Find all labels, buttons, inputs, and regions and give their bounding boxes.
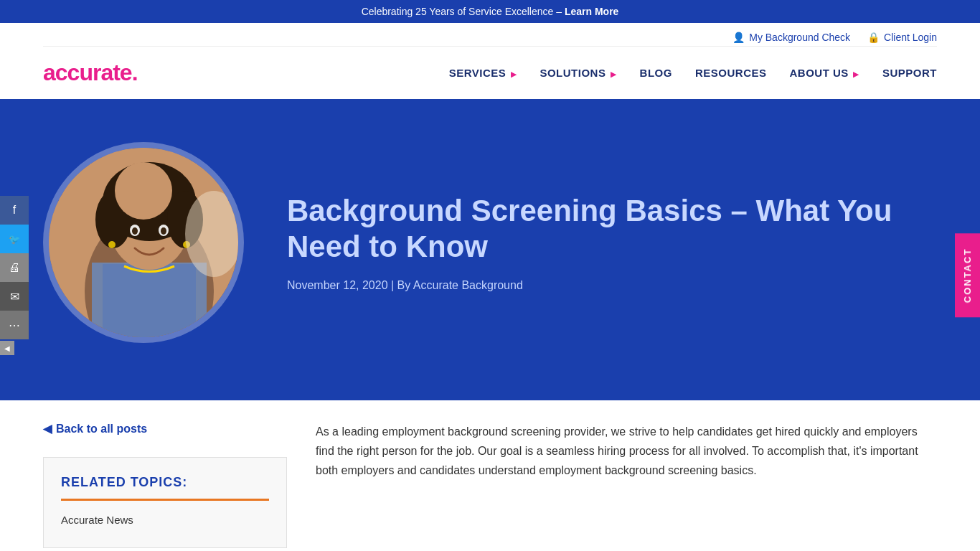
share-icon: ⋯	[9, 319, 20, 332]
main-nav: SERVICES ▶ SOLUTIONS ▶ BLOG RESOURCES AB…	[449, 67, 937, 80]
more-share-button[interactable]: ⋯	[0, 311, 29, 339]
header: 👤 My Background Check 🔒 Client Login acc…	[0, 23, 980, 99]
email-icon: ✉	[10, 290, 19, 303]
back-arrow-icon: ◀	[43, 422, 52, 435]
nav-item-support[interactable]: SUPPORT	[882, 67, 937, 80]
person-icon: 👤	[732, 32, 745, 43]
article-intro-text: As a leading employment background scree…	[316, 422, 937, 481]
hero-image	[43, 142, 244, 343]
contact-button[interactable]: CONTACT	[955, 234, 980, 318]
svg-point-6	[95, 191, 131, 248]
back-link-text: Back to all posts	[56, 423, 147, 435]
site-logo[interactable]: accurate.	[43, 60, 138, 86]
svg-point-14	[185, 191, 242, 277]
hero-title: Background Screening Basics – What You N…	[287, 193, 937, 265]
client-login-link[interactable]: 🔒 Client Login	[867, 32, 937, 43]
my-background-check-link[interactable]: 👤 My Background Check	[732, 32, 850, 43]
header-nav: accurate. SERVICES ▶ SOLUTIONS ▶ BLOG RE…	[43, 47, 937, 99]
email-share-button[interactable]: ✉	[0, 282, 29, 311]
hero-content: Background Screening Basics – What You N…	[287, 193, 937, 293]
sidebar-column: ◀ Back to all posts RELATED TOPICS: Accu…	[43, 422, 287, 548]
content-column: As a leading employment background scree…	[316, 422, 937, 548]
svg-point-12	[108, 241, 116, 248]
nav-item-blog[interactable]: BLOG	[640, 67, 672, 80]
banner-learn-more-link[interactable]: Learn More	[565, 6, 618, 17]
lock-icon: 🔒	[867, 32, 880, 43]
facebook-share-button[interactable]: f	[0, 196, 29, 225]
top-banner: Celebrating 25 Years of Service Excellen…	[0, 0, 980, 23]
nav-item-about-us[interactable]: ABOUT US ▶	[789, 67, 859, 80]
hero-section: Background Screening Basics – What You N…	[0, 99, 980, 400]
hero-person-image	[49, 148, 238, 337]
hero-author: Accurate Background	[413, 279, 523, 291]
print-icon: 🖨	[9, 261, 20, 274]
banner-text: Celebrating 25 Years of Service Excellen…	[362, 6, 565, 17]
related-topics-title: RELATED TOPICS:	[61, 475, 269, 501]
svg-point-11	[161, 227, 166, 235]
facebook-icon: f	[13, 204, 16, 217]
main-content-area: ◀ Back to all posts RELATED TOPICS: Accu…	[0, 400, 980, 551]
chevron-left-icon: ◀	[4, 344, 10, 352]
hero-meta: November 12, 2020 | By Accurate Backgrou…	[287, 279, 937, 292]
header-top-links: 👤 My Background Check 🔒 Client Login	[43, 23, 937, 47]
social-sidebar: f 🐦 🖨 ✉ ⋯ ◀	[0, 196, 29, 355]
related-topics-box: RELATED TOPICS: Accurate News	[43, 457, 287, 548]
twitter-icon: 🐦	[9, 234, 20, 245]
hide-sidebar-button[interactable]: ◀	[0, 341, 14, 355]
logo-dot: .	[132, 60, 138, 85]
twitter-share-button[interactable]: 🐦	[0, 225, 29, 253]
hero-separator: | By	[391, 279, 413, 291]
back-to-all-posts-link[interactable]: ◀ Back to all posts	[43, 422, 287, 435]
svg-rect-3	[103, 264, 196, 343]
print-button[interactable]: 🖨	[0, 253, 29, 282]
nav-item-solutions[interactable]: SOLUTIONS ▶	[540, 67, 616, 80]
hero-date: November 12, 2020	[287, 279, 388, 291]
nav-item-services[interactable]: SERVICES ▶	[449, 67, 517, 80]
svg-point-10	[132, 227, 138, 235]
related-topic-item[interactable]: Accurate News	[61, 509, 269, 530]
nav-item-resources[interactable]: RESOURCES	[695, 67, 767, 80]
